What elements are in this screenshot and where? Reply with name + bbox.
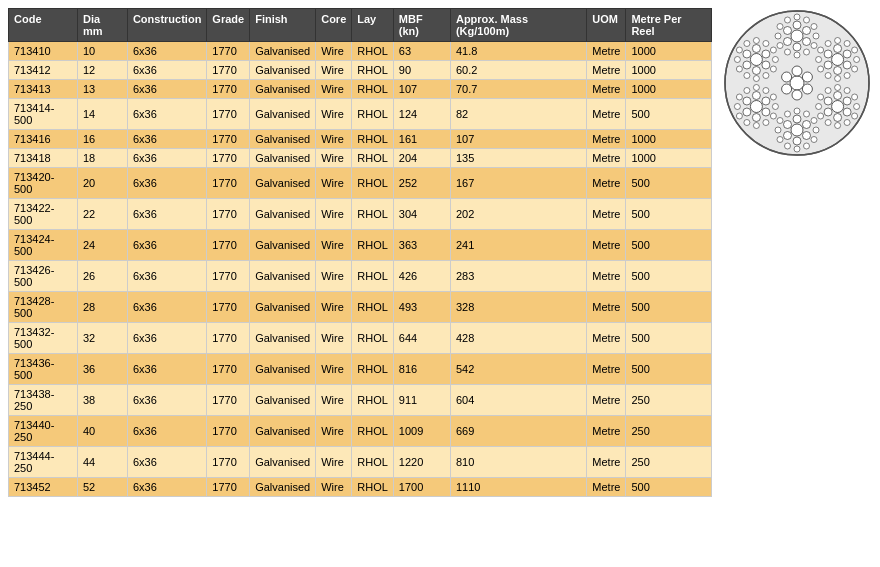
table-cell: Wire bbox=[316, 261, 352, 292]
table-cell: RHOL bbox=[352, 323, 394, 354]
table-cell: 304 bbox=[393, 199, 450, 230]
table-cell: 1220 bbox=[393, 447, 450, 478]
table-cell: RHOL bbox=[352, 42, 394, 61]
table-cell: 26 bbox=[77, 261, 127, 292]
table-row: 713416166x361770GalvanisedWireRHOL161107… bbox=[9, 130, 712, 149]
svg-point-94 bbox=[772, 104, 778, 110]
svg-point-63 bbox=[818, 94, 824, 100]
svg-point-83 bbox=[785, 111, 791, 117]
table-cell: RHOL bbox=[352, 478, 394, 497]
svg-point-7 bbox=[782, 72, 792, 82]
table-cell: Wire bbox=[316, 149, 352, 168]
svg-point-113 bbox=[772, 57, 778, 63]
table-cell: Galvanised bbox=[250, 385, 316, 416]
table-cell: 161 bbox=[393, 130, 450, 149]
svg-point-56 bbox=[854, 104, 860, 110]
table-cell: 6x36 bbox=[127, 416, 206, 447]
table-cell: 1000 bbox=[626, 80, 712, 99]
table-cell: 60.2 bbox=[450, 61, 586, 80]
table-row: 713412126x361770GalvanisedWireRHOL9060.2… bbox=[9, 61, 712, 80]
svg-point-119 bbox=[734, 57, 740, 63]
table-cell: Metre bbox=[587, 447, 626, 478]
svg-point-62 bbox=[816, 104, 822, 110]
table-cell: 6x36 bbox=[127, 168, 206, 199]
table-cell: 202 bbox=[450, 199, 586, 230]
column-header-1: Dia mm bbox=[77, 9, 127, 42]
table-cell: 604 bbox=[450, 385, 586, 416]
table-cell: 713452 bbox=[9, 478, 78, 497]
table-cell: RHOL bbox=[352, 149, 394, 168]
table-cell: Wire bbox=[316, 80, 352, 99]
table-cell: 167 bbox=[450, 168, 586, 199]
table-cell: Galvanised bbox=[250, 230, 316, 261]
svg-point-70 bbox=[784, 132, 792, 140]
svg-point-89 bbox=[743, 108, 751, 116]
table-cell: Galvanised bbox=[250, 323, 316, 354]
table-cell: Wire bbox=[316, 292, 352, 323]
table-cell: 713418 bbox=[9, 149, 78, 168]
table-row: 713413136x361770GalvanisedWireRHOL10770.… bbox=[9, 80, 712, 99]
svg-point-5 bbox=[792, 90, 802, 100]
table-cell: 10 bbox=[77, 42, 127, 61]
svg-point-115 bbox=[763, 73, 769, 79]
svg-point-107 bbox=[752, 67, 760, 75]
table-cell: 713438-250 bbox=[9, 385, 78, 416]
table-cell: Metre bbox=[587, 230, 626, 261]
table-cell: 816 bbox=[393, 354, 450, 385]
table-cell: 493 bbox=[393, 292, 450, 323]
table-cell: 90 bbox=[393, 61, 450, 80]
table-cell: 44 bbox=[77, 447, 127, 478]
table-cell: 16 bbox=[77, 130, 127, 149]
table-cell: 713426-500 bbox=[9, 261, 78, 292]
table-row: 713424-500246x361770GalvanisedWireRHOL36… bbox=[9, 230, 712, 261]
table-cell: 13 bbox=[77, 80, 127, 99]
table-cell: 6x36 bbox=[127, 61, 206, 80]
svg-point-8 bbox=[791, 30, 803, 42]
wire-cross-section-svg bbox=[722, 8, 872, 158]
table-cell: Galvanised bbox=[250, 354, 316, 385]
table-row: 713426-500266x361770GalvanisedWireRHOL42… bbox=[9, 261, 712, 292]
svg-point-9 bbox=[793, 21, 801, 29]
table-cell: 1770 bbox=[207, 130, 250, 149]
table-cell: 1000 bbox=[626, 61, 712, 80]
table-cell: Metre bbox=[587, 80, 626, 99]
product-table: CodeDia mmConstructionGradeFinishCoreLay… bbox=[8, 8, 712, 497]
svg-point-99 bbox=[736, 113, 742, 119]
svg-point-90 bbox=[743, 97, 751, 105]
svg-point-6 bbox=[782, 84, 792, 94]
table-cell: RHOL bbox=[352, 61, 394, 80]
table-cell: 283 bbox=[450, 261, 586, 292]
svg-point-97 bbox=[753, 123, 759, 129]
table-cell: 328 bbox=[450, 292, 586, 323]
svg-point-76 bbox=[811, 137, 817, 143]
table-cell: 713413 bbox=[9, 80, 78, 99]
table-cell: 124 bbox=[393, 99, 450, 130]
table-cell: 713424-500 bbox=[9, 230, 78, 261]
svg-point-72 bbox=[794, 108, 800, 114]
table-cell: 644 bbox=[393, 323, 450, 354]
svg-point-16 bbox=[804, 17, 810, 23]
table-cell: 1770 bbox=[207, 385, 250, 416]
svg-point-65 bbox=[791, 124, 803, 136]
svg-point-3 bbox=[802, 72, 812, 82]
table-cell: RHOL bbox=[352, 99, 394, 130]
svg-point-19 bbox=[811, 43, 817, 49]
svg-point-46 bbox=[832, 101, 844, 113]
table-cell: 204 bbox=[393, 149, 450, 168]
svg-point-51 bbox=[824, 108, 832, 116]
svg-point-31 bbox=[834, 67, 842, 75]
svg-point-84 bbox=[750, 101, 762, 113]
table-cell: 6x36 bbox=[127, 199, 206, 230]
column-header-10: Metre Per Reel bbox=[626, 9, 712, 42]
table-cell: 241 bbox=[450, 230, 586, 261]
table-cell: Galvanised bbox=[250, 61, 316, 80]
table-cell: 1770 bbox=[207, 199, 250, 230]
svg-point-73 bbox=[804, 111, 810, 117]
table-cell: 713414-500 bbox=[9, 99, 78, 130]
table-cell: Metre bbox=[587, 168, 626, 199]
svg-point-35 bbox=[844, 41, 850, 47]
table-cell: Wire bbox=[316, 385, 352, 416]
svg-point-34 bbox=[835, 38, 841, 44]
column-header-9: UOM bbox=[587, 9, 626, 42]
table-row: 713422-500226x361770GalvanisedWireRHOL30… bbox=[9, 199, 712, 230]
